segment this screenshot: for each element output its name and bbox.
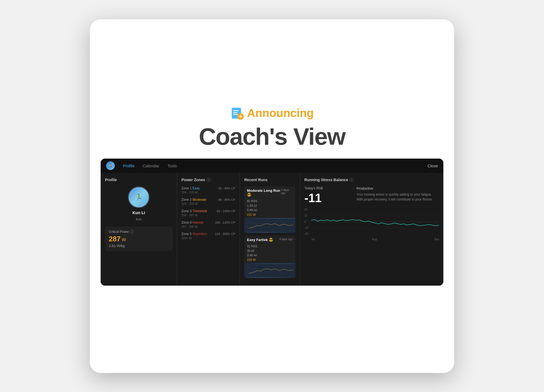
rsb-chart: 20 10 0 -10 -20	[304, 208, 439, 241]
nav-avatar: 🏃	[106, 161, 115, 170]
zone-row: Zone 3 Threshold 90 - 100% CP 258 - 287 …	[181, 209, 235, 217]
cp-value-row: 287 W	[109, 235, 169, 243]
coaches-view-title: Coach's View	[199, 123, 345, 150]
rsb-value: -11	[304, 191, 346, 205]
nav-close[interactable]: Close	[428, 163, 438, 168]
rsb-today-section: Today's RSB -11	[304, 186, 346, 205]
device-frame: Announcing Coach's View 🏃 Profile Calend…	[90, 19, 454, 373]
svg-rect-13	[244, 264, 295, 277]
rsb-info-icon[interactable]: i	[350, 178, 354, 182]
rsb-description: Your running stress is quickly adding to…	[357, 192, 439, 202]
critical-power-section: Critical Power i 287 W 3.61 W/kg	[105, 227, 172, 251]
power-zones-panel: Power Zones i Zone 1 Easy 65 - 80% CP 18…	[177, 173, 240, 286]
rsb-header: Today's RSB -11 Productive Your running …	[304, 186, 439, 205]
zone-row: Zone 4 Interval 100 - 115% CP 287 - 330 …	[181, 221, 235, 228]
dashboard-content: Profile 🏃‍♂️ Kun Li kun Critical Power i…	[101, 173, 443, 286]
rsb-status-badge: Productive	[357, 186, 439, 190]
dashboard: 🏃 Profile Calendar Tools Close Profile 🏃…	[101, 159, 443, 286]
announcement-header: Announcing Coach's View	[199, 106, 345, 150]
svg-rect-6	[240, 115, 241, 118]
cp-info-icon[interactable]: i	[130, 230, 134, 234]
rsb-title: Running Stress Balance i	[304, 178, 439, 182]
zone-row: Zone 1 Easy 65 - 80% CP 186 - 229 W	[181, 186, 235, 194]
announcing-row: Announcing	[230, 106, 314, 120]
rsb-panel: Running Stress Balance i Today's RSB -11…	[300, 173, 443, 286]
chart-svg-area	[311, 208, 439, 235]
rsb-status-section: Productive Your running stress is quickl…	[357, 186, 439, 205]
power-zones-title: Power Zones i	[181, 178, 235, 182]
profile-panel: Profile 🏃‍♂️ Kun Li kun Critical Power i…	[101, 173, 177, 286]
zone-row: Zone 2 Moderate 80 - 90% CP 229 - 258 W	[181, 198, 235, 205]
checklist-add-icon	[230, 106, 244, 120]
chart-x-labels: Jul Aug Sep	[311, 238, 439, 241]
recent-runs-panel: Recent Runs Moderate Long Run 😎 2 days a…	[240, 173, 300, 286]
profile-section: 🏃‍♂️ Kun Li kun	[105, 186, 172, 221]
zone-row: Zone 5 Repetition 115 - 300% CP 330+ W	[181, 232, 235, 240]
runs-container: Moderate Long Run 😎 2 days ago 82 RSS 1:…	[244, 186, 295, 278]
profile-name: Kun Li	[132, 210, 145, 215]
run-card[interactable]: Easy Fartlek 😎 4 days ago 31 RSS 35:42 3…	[244, 236, 295, 278]
rsb-today-label: Today's RSB	[304, 186, 346, 190]
run-card[interactable]: Moderate Long Run 😎 2 days ago 82 RSS 1:…	[244, 186, 295, 233]
profile-panel-title: Profile	[105, 178, 172, 182]
recent-runs-title: Recent Runs	[244, 178, 295, 182]
nav-tools[interactable]: Tools	[167, 163, 177, 168]
svg-rect-7	[244, 219, 295, 232]
chart-y-labels: 20 10 0 -10 -20	[304, 208, 308, 235]
zones-info-icon[interactable]: i	[207, 178, 211, 182]
svg-rect-1	[233, 110, 239, 111]
cp-wkg: 3.61 W/kg	[109, 244, 169, 248]
profile-username: kun	[136, 217, 142, 221]
svg-rect-3	[233, 114, 238, 115]
avatar: 🏃‍♂️	[128, 186, 150, 208]
nav-profile[interactable]: Profile	[123, 163, 135, 168]
cp-label: Critical Power i	[109, 230, 169, 234]
nav-bar: 🏃 Profile Calendar Tools Close	[101, 159, 443, 173]
announcing-text: Announcing	[247, 107, 314, 120]
cp-unit: W	[122, 237, 126, 242]
svg-rect-2	[233, 112, 237, 113]
nav-calendar[interactable]: Calendar	[143, 163, 159, 168]
cp-value: 287	[109, 235, 120, 243]
zones-container: Zone 1 Easy 65 - 80% CP 186 - 229 W Zone…	[181, 186, 235, 240]
